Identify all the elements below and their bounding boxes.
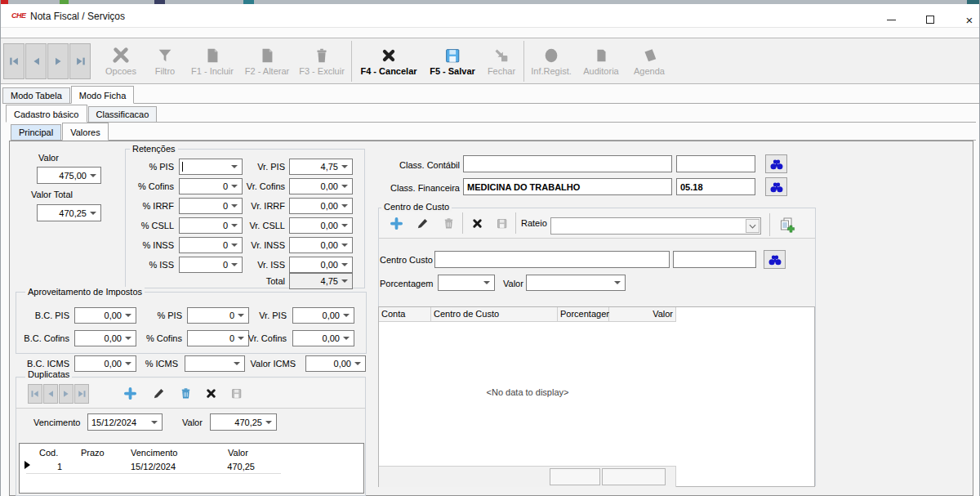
- dropdown-arrow-icon: [341, 244, 348, 247]
- cc-delete-button[interactable]: [438, 213, 459, 233]
- ap-vr-pis-combo[interactable]: 0,00: [292, 307, 354, 324]
- dup-nav-first-button[interactable]: [28, 384, 42, 404]
- dup-delete-button[interactable]: [175, 384, 196, 404]
- toolbar-button-auditoria[interactable]: Auditoria: [576, 41, 626, 82]
- cc-cancel-button[interactable]: [466, 213, 488, 233]
- tab-cadastro-basico[interactable]: Cadastro básico: [6, 105, 87, 123]
- valor-total-combo[interactable]: 470,25: [37, 204, 101, 221]
- retencao-row-cofins: % Cofins 0 Vr. Cofins 0,00: [123, 178, 362, 194]
- vr-inss-combo[interactable]: 0,00: [289, 237, 353, 253]
- class-contabil-field[interactable]: [463, 155, 672, 172]
- centro-custo-grid[interactable]: Conta Centro de Custo Porcentagem Valor …: [378, 306, 815, 487]
- class-financeira-field[interactable]: MEDICINA DO TRABALHO: [463, 178, 672, 195]
- centro-custo-field[interactable]: [434, 251, 670, 268]
- close-button[interactable]: ×: [951, 8, 980, 31]
- centro-custo-code-field[interactable]: [673, 251, 756, 268]
- ap-pct-pis-combo[interactable]: 0: [187, 307, 249, 324]
- tab-modo-tabela[interactable]: Modo Tabela: [2, 87, 70, 103]
- tab-principal[interactable]: Principal: [11, 124, 61, 140]
- pct-pis-combo[interactable]: [179, 159, 243, 175]
- ap-pct-cofins-combo[interactable]: 0: [187, 330, 249, 346]
- toolbar-button-incluir[interactable]: F1 - Incluir: [185, 41, 239, 82]
- maximize-button[interactable]: [912, 8, 948, 31]
- valor-icms-combo[interactable]: 0,00: [305, 355, 366, 372]
- pct-csll-combo[interactable]: 0: [179, 217, 243, 234]
- toolbar-separator: [351, 41, 352, 82]
- first-record-icon: [8, 56, 20, 67]
- rateio-dropdown[interactable]: [550, 217, 761, 235]
- vr-pis-combo[interactable]: 4,75: [289, 159, 353, 175]
- nav-prev-button[interactable]: [25, 43, 47, 79]
- dropdown-arrow-icon: [341, 185, 348, 188]
- cc-col-centro-custo[interactable]: Centro de Custo: [431, 307, 558, 322]
- dropdown-arrow-icon: [354, 362, 361, 365]
- save-floppy-icon: [496, 217, 508, 230]
- toolbar-button-salvar[interactable]: F5 - Salvar: [423, 41, 482, 82]
- nav-next-button[interactable]: [47, 43, 69, 79]
- class-contabil-code-field[interactable]: [676, 155, 755, 172]
- toolbar-button-alterar[interactable]: F2 - Alterar: [239, 41, 295, 82]
- centro-custo-search-button[interactable]: [764, 250, 786, 269]
- dup-nav-next-button[interactable]: [59, 384, 74, 404]
- copy-add-icon: [779, 217, 795, 233]
- cc-add-button[interactable]: [385, 213, 407, 233]
- vr-cofins-combo[interactable]: 0,00: [289, 178, 353, 194]
- bc-pis-combo[interactable]: 0,00: [74, 307, 136, 324]
- toolbar-button-inf-regist[interactable]: Inf.Regist.: [527, 41, 576, 82]
- dup-save-button[interactable]: [225, 384, 247, 404]
- bc-cofins-combo[interactable]: 0,00: [74, 330, 136, 346]
- nav-last-button[interactable]: [69, 43, 91, 79]
- porcentagem-label: Porcentagem: [380, 279, 433, 288]
- vencimento-combo[interactable]: 15/12/2024: [87, 413, 163, 431]
- dup-nav-last-button[interactable]: [74, 384, 89, 404]
- class-contabil-search-button[interactable]: [765, 154, 787, 173]
- dup-nav-prev-button[interactable]: [43, 384, 58, 404]
- pct-iss-combo[interactable]: 0: [179, 257, 243, 273]
- ap-vr-cofins-combo[interactable]: 0,00: [292, 330, 354, 346]
- tab-modo-ficha[interactable]: Modo Ficha: [71, 86, 134, 104]
- dropdown-arrow-icon: [234, 362, 240, 365]
- duplicatas-grid[interactable]: Cod. Prazo Vencimento Valor 1 15/12/2024…: [19, 443, 364, 494]
- valor-combo[interactable]: 475,00: [37, 167, 101, 184]
- dup-col-prazo: Prazo: [81, 448, 105, 458]
- retencao-row-iss: % ISS 0 Vr. ISS 0,00: [123, 257, 362, 273]
- cc-col-porcentagem[interactable]: Porcentagem: [558, 307, 609, 322]
- dropdown-arrow-icon: [341, 165, 348, 168]
- class-financeira-search-button[interactable]: [765, 177, 787, 196]
- vr-iss-combo[interactable]: 0,00: [289, 257, 353, 273]
- toolbar-button-fechar[interactable]: Fechar: [482, 41, 521, 82]
- tab-valores[interactable]: Valores: [62, 123, 108, 141]
- cc-col-conta[interactable]: Conta: [379, 307, 431, 322]
- cc-valor-combo[interactable]: [526, 275, 626, 291]
- minimize-button[interactable]: [873, 8, 909, 31]
- cc-col-valor[interactable]: Valor: [609, 307, 676, 322]
- cc-grid-footer: [379, 466, 676, 487]
- porcentagem-combo[interactable]: [438, 275, 495, 291]
- toolbar-button-opcoes[interactable]: Opcoes: [97, 41, 145, 82]
- add-plus-icon: [124, 387, 136, 400]
- retencao-row-irrf: % IRRF 0 Vr. IRRF 0,00: [123, 198, 362, 214]
- pct-inss-combo[interactable]: 0: [179, 237, 243, 253]
- dup-valor-combo[interactable]: 470,25: [210, 413, 277, 431]
- pct-cofins-combo[interactable]: 0: [179, 178, 243, 194]
- dup-edit-button[interactable]: [148, 384, 169, 404]
- pct-irrf-combo[interactable]: 0: [179, 198, 243, 214]
- toolbar-button-filtro[interactable]: Filtro: [145, 41, 185, 82]
- class-financeira-label: Class. Financeira: [375, 183, 460, 193]
- cc-edit-button[interactable]: [412, 213, 433, 233]
- toolbar-button-cancelar[interactable]: F4 - Cancelar: [354, 41, 423, 82]
- cc-copy-rateio-button[interactable]: [777, 215, 798, 235]
- chevron-down-icon[interactable]: [746, 219, 760, 233]
- toolbar-button-excluir[interactable]: F3 - Excluir: [295, 41, 349, 82]
- nav-first-button[interactable]: [3, 43, 24, 79]
- aproveitamento-row-pis: B.C. PIS 0,00 % PIS 0 Vr. PIS 0,00: [16, 307, 367, 324]
- vr-irrf-combo[interactable]: 0,00: [289, 198, 353, 214]
- dup-cancel-button[interactable]: [200, 384, 221, 404]
- vr-csll-combo[interactable]: 0,00: [289, 217, 353, 234]
- class-financeira-code-field[interactable]: 05.18: [676, 178, 755, 195]
- pct-icms-combo[interactable]: [185, 355, 245, 372]
- cc-save-button[interactable]: [491, 213, 512, 233]
- tab-classificacao[interactable]: Classificacao: [88, 106, 158, 122]
- toolbar-button-agenda[interactable]: Agenda: [626, 41, 672, 82]
- dup-add-button[interactable]: [119, 384, 140, 404]
